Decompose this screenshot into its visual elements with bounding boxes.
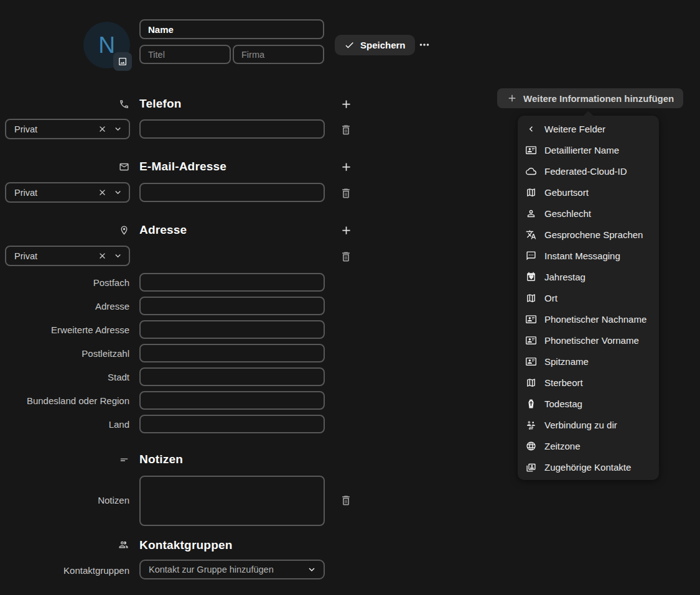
add-more-info-button[interactable]: Weitere Informationen hinzufügen: [497, 88, 683, 108]
save-button[interactable]: Speichern: [335, 35, 415, 55]
account-switch-icon: [526, 420, 536, 430]
address-section-title: Adresse: [139, 223, 187, 237]
menu-item-label: Phonetischer Vorname: [544, 335, 639, 346]
more-actions-button[interactable]: [414, 39, 434, 51]
address-field-label: Bundesland oder Region: [0, 395, 129, 406]
plus-icon: [340, 160, 353, 173]
chevron-down-icon: [113, 251, 123, 261]
globe-icon: [526, 441, 536, 451]
coffin-icon: [526, 399, 536, 409]
address-street-input[interactable]: [139, 297, 325, 315]
related-contacts-icon: [526, 462, 536, 473]
upload-photo-button[interactable]: [113, 52, 132, 71]
menu-item-spoken-languages[interactable]: Gesprochene Sprachen: [518, 224, 659, 245]
address-type-select[interactable]: Privat: [5, 246, 130, 266]
groups-label: Kontaktgruppen: [0, 565, 129, 576]
menu-item-birthplace[interactable]: Geburtsort: [518, 182, 659, 203]
add-address-button[interactable]: [338, 223, 353, 238]
address-country-input[interactable]: [139, 415, 325, 433]
contact-group-select[interactable]: Kontakt zur Gruppe hinzufügen: [139, 560, 325, 579]
chevron-down-icon: [306, 564, 317, 575]
notes-textarea[interactable]: [139, 476, 325, 526]
menu-item-relationship-to-you[interactable]: Verbindung zu dir: [518, 414, 659, 435]
title-input[interactable]: [139, 45, 231, 64]
menu-item-phonetic-firstname[interactable]: Phonetischer Vorname: [518, 330, 659, 351]
account-icon: [526, 208, 536, 219]
trash-icon: [340, 187, 352, 200]
calendar-heart-icon: [526, 272, 536, 282]
clear-icon[interactable]: [98, 251, 107, 261]
delete-address-button[interactable]: [340, 251, 352, 263]
dots-horizontal-icon: [418, 38, 431, 52]
plus-icon: [340, 224, 353, 237]
menu-item-gender[interactable]: Geschlecht: [518, 203, 659, 224]
chevron-down-icon: [113, 124, 123, 134]
menu-item-date-of-death[interactable]: Todestag: [518, 393, 659, 414]
menu-item-federated-cloud-id[interactable]: Federated-Cloud-ID: [518, 160, 659, 182]
phone-section-title: Telefon: [139, 97, 182, 111]
name-input[interactable]: [139, 19, 324, 39]
notes-section-title: Notizen: [139, 453, 183, 466]
email-section-title: E-Mail-Adresse: [139, 160, 226, 173]
menu-item-nickname[interactable]: Spitzname: [518, 351, 659, 372]
menu-item-label: Jahrestag: [544, 272, 586, 282]
clear-icon[interactable]: [98, 188, 107, 197]
menu-item-location[interactable]: Ort: [518, 287, 659, 308]
menu-item-related-contacts[interactable]: Zugehörige Kontakte: [518, 456, 659, 477]
plus-icon: [506, 93, 518, 104]
delete-phone-button[interactable]: [340, 124, 352, 136]
menu-item-instant-messaging[interactable]: Instant Messaging: [518, 245, 659, 266]
add-more-info-label: Weitere Informationen hinzufügen: [523, 93, 674, 104]
clear-icon[interactable]: [98, 124, 107, 134]
address-city-input[interactable]: [139, 367, 325, 386]
menu-item-timezone[interactable]: Zeitzone: [518, 435, 659, 456]
email-icon: [119, 162, 129, 172]
message-icon: [526, 251, 536, 261]
company-input[interactable]: [233, 45, 324, 64]
trash-icon: [340, 124, 352, 136]
trash-icon: [340, 494, 352, 507]
contact-groups-icon: [118, 540, 129, 550]
menu-item-label: Phonetischer Nachname: [544, 314, 646, 325]
phone-input[interactable]: [139, 119, 325, 139]
chevron-left-icon: [526, 124, 536, 134]
cloud-icon: [526, 166, 536, 177]
avatar[interactable]: N: [83, 22, 130, 68]
menu-item-label: Ort: [544, 293, 558, 303]
address-field-label: Stadt: [0, 372, 129, 382]
notes-label: Notizen: [0, 495, 129, 505]
plus-icon: [340, 98, 353, 111]
translate-icon: [526, 229, 536, 240]
trash-icon: [340, 251, 352, 263]
menu-item-label: Detaillierter Name: [544, 145, 619, 155]
add-phone-button[interactable]: [338, 96, 353, 111]
more-fields-menu: Weitere Felder Detaillierter Name Federa…: [518, 116, 659, 480]
menu-item-label: Federated-Cloud-ID: [544, 166, 627, 177]
menu-item-label: Verbindung zu dir: [544, 420, 617, 430]
address-region-input[interactable]: [139, 391, 325, 410]
menu-item-detailed-name[interactable]: Detaillierter Name: [518, 139, 659, 160]
delete-notes-button[interactable]: [340, 494, 352, 507]
add-email-button[interactable]: [338, 159, 353, 174]
card-account-icon: [526, 356, 536, 367]
address-field-label: Adresse: [0, 301, 129, 311]
menu-item-place-of-death[interactable]: Sterbeort: [518, 372, 659, 393]
delete-email-button[interactable]: [340, 187, 352, 200]
email-type-select[interactable]: Privat: [5, 182, 130, 203]
phone-type-select[interactable]: Privat: [5, 119, 130, 139]
image-icon: [118, 57, 128, 67]
menu-item-anniversary[interactable]: Jahrestag: [518, 266, 659, 287]
address-extended-input[interactable]: [139, 320, 325, 339]
menu-item-label: Spitzname: [544, 356, 589, 367]
address-pobox-input[interactable]: [139, 273, 325, 292]
map-marker-icon: [119, 225, 129, 236]
avatar-letter: N: [98, 34, 115, 57]
menu-item-phonetic-lastname[interactable]: Phonetischer Nachname: [518, 308, 659, 330]
map-icon: [526, 377, 536, 388]
email-input[interactable]: [139, 183, 325, 202]
contact-editor: N Speichern Telefon Privat E-Mail-Adress…: [0, 0, 700, 595]
menu-item-label: Todestag: [544, 399, 582, 409]
address-zip-input[interactable]: [139, 344, 325, 362]
menu-item-back[interactable]: Weitere Felder: [518, 118, 659, 139]
card-account-icon: [526, 145, 536, 155]
